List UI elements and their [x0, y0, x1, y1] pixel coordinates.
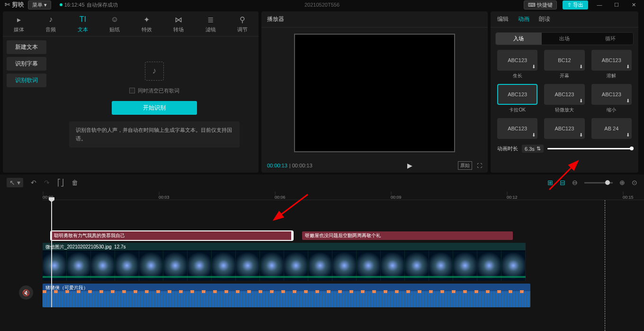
tool-tab-label: 转场 — [173, 27, 184, 32]
download-icon: ⬇ — [579, 132, 583, 138]
tool-tab-label: 文本 — [78, 27, 88, 32]
right-tab-2[interactable]: 朗读 — [539, 15, 550, 23]
tool-tab-label: 滤镜 — [206, 27, 216, 32]
tool-tab-label: 音频 — [45, 27, 56, 32]
download-icon: ⬇ — [532, 64, 536, 69]
text-clip-0[interactable]: 聪明勇敢有力气我真的羡慕我自己 — [51, 231, 293, 240]
tool-tab-icon: TI — [67, 15, 99, 25]
undo-button[interactable]: ↶ — [31, 179, 36, 186]
fullscreen-button[interactable]: ⛶ — [477, 163, 482, 168]
anim-item-8[interactable]: AB 24⬇ — [591, 118, 632, 141]
playhead[interactable] — [51, 200, 52, 307]
tool-tab-6[interactable]: ≣滤镜 — [195, 11, 227, 36]
duration-label: 动画时长 — [497, 145, 518, 152]
ruler-mark: 00:09 — [391, 191, 402, 200]
time-current: 00:00:13 — [267, 163, 287, 168]
tool-tab-icon: ≣ — [195, 15, 227, 25]
redo-button[interactable]: ↷ — [44, 179, 50, 186]
tool-tab-label: 调节 — [237, 27, 248, 32]
export-button[interactable]: ⇧ 导出 — [563, 0, 588, 9]
tool-tab-3[interactable]: ☺贴纸 — [99, 11, 131, 36]
tool-tab-label: 媒体 — [14, 27, 24, 32]
anim-label: 轻微放大 — [544, 107, 584, 113]
maximize-button[interactable]: ☐ — [611, 2, 622, 8]
download-icon: ⬇ — [626, 98, 630, 103]
end-marker — [605, 200, 605, 331]
menu-dropdown[interactable]: 菜单 ▾ — [28, 0, 51, 9]
left-panel: ▸媒体♪音频TI文本☺贴纸✦特效⋈转场≣滤镜⚲调节 新建文本识别字幕识别歌词 ♪… — [3, 11, 259, 173]
ruler-mark: 00:12 — [507, 191, 518, 200]
zoom-in-button[interactable]: ⊕ — [619, 179, 625, 186]
tool-tab-icon: ▸ — [3, 15, 35, 25]
preview-title: 播放器 — [261, 11, 488, 28]
text-clip-1[interactable]: 呀嫩屋也没问题后空翻两周再敬个礼 — [302, 231, 513, 240]
tool-tab-label: 特效 — [142, 27, 152, 32]
minimize-button[interactable]: — — [594, 2, 605, 8]
duration-value[interactable]: 6.3s ⇅ — [522, 145, 544, 153]
duration-slider[interactable] — [547, 148, 632, 149]
hint-text: 识别音轨中的人声，并自动在时间轴上生成字幕文本。目前仅支持国语。 — [69, 121, 240, 147]
ratio-button[interactable]: 原始 — [458, 161, 472, 170]
ruler-mark: 00:03 — [159, 191, 170, 200]
tool-tab-icon: ☺ — [99, 15, 131, 25]
mute-button[interactable]: 🔇 — [19, 285, 33, 300]
side-btn-1[interactable]: 识别字幕 — [7, 57, 46, 71]
play-button[interactable]: ▶ — [407, 162, 412, 169]
save-status: 16:12:45 自动保存成功 — [60, 1, 118, 9]
right-tab-0[interactable]: 编辑 — [497, 15, 509, 23]
audio-clip[interactable]: 猪猪侠（可爱片段） — [43, 284, 530, 307]
anim-label: 生长 — [497, 73, 537, 79]
shortcut-button[interactable]: ⌨ 快捷键 — [524, 0, 557, 9]
start-recognize-button[interactable]: 开始识别 — [112, 101, 197, 115]
zoom-fit-button[interactable]: ⊙ — [632, 179, 637, 186]
select-tool[interactable]: ↖ ▾ — [7, 178, 23, 187]
anim-label: 溶解 — [591, 73, 632, 79]
seg-tab-0[interactable]: 入场 — [496, 33, 542, 45]
download-icon: ⬇ — [579, 98, 583, 103]
tool-tab-7[interactable]: ⚲调节 — [227, 11, 259, 36]
tool-tab-icon: ✦ — [131, 15, 163, 25]
seg-tab-1[interactable]: 出场 — [542, 33, 588, 45]
zoom-slider[interactable] — [584, 182, 613, 184]
zoom-out-button[interactable]: ⊖ — [572, 179, 578, 186]
tool-tab-1[interactable]: ♪音频 — [35, 11, 67, 36]
clear-lyrics-checkbox[interactable]: 同时清空已有歌词 — [129, 87, 179, 94]
tool-tab-2[interactable]: TI文本 — [67, 11, 99, 36]
tool-tab-icon: ♪ — [35, 15, 67, 25]
split-button[interactable]: ⎡⎦ — [57, 179, 64, 186]
right-panel: 编辑动画朗读 入场出场循环 ABC123⬇生长BC12⬇开幕ABC123⬇溶解A… — [491, 11, 638, 173]
anim-label: 卡拉OK — [497, 107, 537, 113]
link-icon[interactable]: ⊟ — [560, 179, 565, 186]
right-tab-1[interactable]: 动画 — [518, 15, 529, 23]
anim-item-3[interactable]: ABC123卡拉OK — [497, 84, 537, 113]
tool-tab-4[interactable]: ✦特效 — [131, 11, 163, 36]
tool-tab-label: 贴纸 — [109, 27, 120, 32]
side-btn-0[interactable]: 新建文本 — [7, 40, 46, 54]
download-icon: ⬇ — [532, 132, 536, 138]
video-clip[interactable]: 微信图片_20210202210530.jpg 12.7s — [43, 243, 526, 281]
anim-item-7[interactable]: ABC123⬇ — [544, 118, 584, 141]
anim-item-6[interactable]: ABC123⬇ — [497, 118, 537, 141]
tool-tab-5[interactable]: ⋈转场 — [163, 11, 195, 36]
anim-item-0[interactable]: ABC123⬇生长 — [497, 50, 537, 79]
download-icon: ⬇ — [626, 64, 630, 69]
app-logo: ✄ 剪映 — [5, 0, 24, 9]
tool-tab-0[interactable]: ▸媒体 — [3, 11, 35, 36]
close-button[interactable]: ✕ — [628, 2, 639, 8]
seg-tab-2[interactable]: 循环 — [587, 33, 633, 45]
download-icon: ⬇ — [579, 64, 583, 69]
anim-item-2[interactable]: ABC123⬇溶解 — [591, 50, 632, 79]
anim-item-5[interactable]: ABC123⬇缩小 — [591, 84, 632, 113]
magnet-icon[interactable]: ⊞ — [547, 179, 553, 186]
preview-canvas[interactable] — [294, 34, 455, 152]
delete-button[interactable]: 🗑 — [72, 179, 78, 186]
tool-tab-icon: ⚲ — [227, 15, 259, 25]
anim-item-1[interactable]: BC12⬇开幕 — [544, 50, 584, 79]
lyrics-scan-icon: ♪ — [145, 62, 164, 81]
download-icon: ⬇ — [626, 132, 630, 138]
ruler-mark: 00:06 — [275, 191, 286, 200]
side-btn-2[interactable]: 识别歌词 — [7, 74, 46, 87]
anim-label: 开幕 — [544, 73, 584, 79]
timeline[interactable]: 🔇 00:0000:0300:0600:0900:1200:15 聪明勇敢有力气… — [0, 191, 644, 331]
anim-item-4[interactable]: ABC123⬇轻微放大 — [544, 84, 584, 113]
